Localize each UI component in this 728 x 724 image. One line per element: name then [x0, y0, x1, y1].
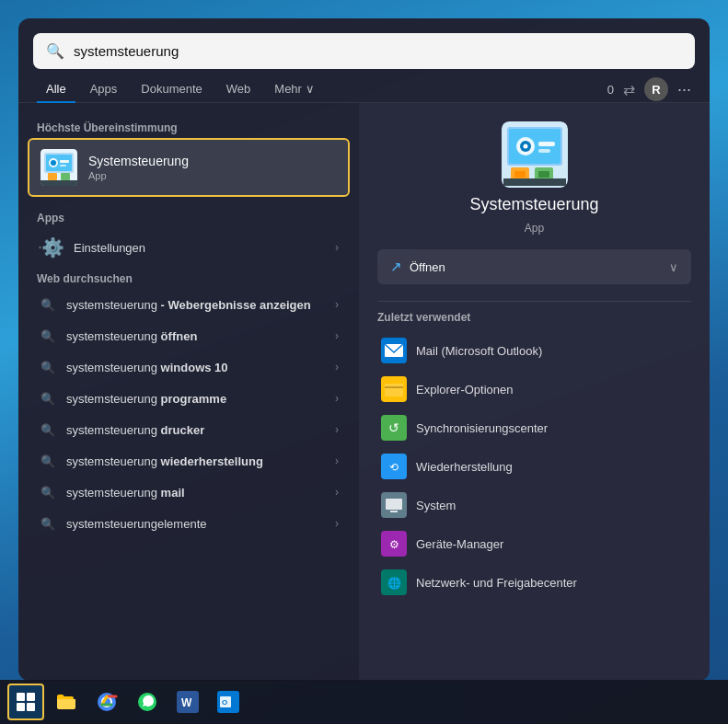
- mail-label: Mail (Microsoft Outlook): [416, 344, 542, 358]
- connections-icon: ⇄: [623, 81, 635, 98]
- web-search-icon-2: 🔍: [39, 358, 57, 376]
- svg-rect-24: [503, 178, 566, 186]
- web-item-5[interactable]: 🔍 systemsteuerung wiederherstellung ›: [28, 445, 350, 477]
- svg-text:🌐: 🌐: [387, 576, 401, 590]
- web-item-0[interactable]: 🔍 systemsteuerung - Webergebnisse anzeig…: [28, 289, 350, 320]
- svg-rect-34: [386, 499, 402, 510]
- app-detail-name: Systemsteuerung: [469, 195, 598, 214]
- recent-item-6[interactable]: 🌐 Netzwerk- und Freigabecenter: [377, 563, 691, 602]
- chevron-right-icon-0: ›: [335, 298, 339, 311]
- web-search-icon-7: 🔍: [39, 514, 57, 533]
- web-section-title: Web durchsuchen: [28, 267, 350, 289]
- web-item-text-7: systemsteuerungelemente: [66, 517, 326, 531]
- recent-item-5[interactable]: ⚙ Geräte-Manager: [377, 524, 691, 563]
- svg-rect-35: [390, 511, 398, 512]
- best-match-item[interactable]: Systemsteuerung App: [28, 138, 350, 197]
- user-avatar[interactable]: R: [644, 77, 668, 101]
- svg-text:W: W: [181, 696, 192, 709]
- web-item-text-4: systemsteuerung drucker: [66, 423, 326, 437]
- main-content: Höchste Übereinstimmung: [18, 103, 710, 681]
- divider: [377, 301, 691, 302]
- search-overlay: 🔍 Alle Apps Dokumente Web Mehr ∨ 0 ⇄ R ·…: [18, 18, 710, 681]
- best-match-icon: [40, 149, 77, 186]
- svg-rect-23: [538, 171, 549, 178]
- recent-item-1[interactable]: Explorer-Optionen: [377, 370, 691, 408]
- tab-mehr[interactable]: Mehr ∨: [265, 76, 323, 103]
- web-search-icon-6: 🔍: [39, 483, 57, 501]
- web-search-icon-3: 🔍: [39, 389, 57, 408]
- word-button[interactable]: W: [169, 684, 206, 720]
- web-item-6[interactable]: 🔍 systemsteuerung mail ›: [28, 477, 350, 508]
- einstellungen-icon: ⚙️: [39, 235, 64, 260]
- chrome-button[interactable]: [88, 684, 125, 720]
- app-item-einstellungen[interactable]: ⚙️ Einstellungen ›: [28, 228, 350, 267]
- web-item-4[interactable]: 🔍 systemsteuerung drucker ›: [28, 414, 350, 445]
- app-detail-sub: App: [525, 222, 544, 235]
- folder-icon: [55, 691, 77, 713]
- open-label: Öffnen: [410, 260, 445, 274]
- chevron-right-icon-1: ›: [335, 329, 339, 342]
- svg-text:⟲: ⟲: [389, 461, 399, 474]
- svg-text:O: O: [222, 698, 227, 707]
- recent-item-3[interactable]: ⟲ Wiederherstellung: [377, 447, 691, 486]
- best-match-name: Systemsteuerung: [88, 154, 189, 168]
- expand-icon[interactable]: ∨: [669, 260, 678, 274]
- web-search-icon-4: 🔍: [39, 420, 57, 439]
- more-options-icon[interactable]: ···: [677, 80, 691, 99]
- left-panel: Höchste Übereinstimmung: [18, 103, 359, 681]
- chevron-right-icon-7: ›: [335, 517, 339, 530]
- tabs-bar: Alle Apps Dokumente Web Mehr ∨ 0 ⇄ R ···: [18, 69, 710, 103]
- explorer-icon: [381, 376, 407, 402]
- svg-point-4: [51, 160, 56, 166]
- best-match-title: Höchste Übereinstimmung: [28, 116, 350, 138]
- network-label: Netzwerk- und Freigabecenter: [416, 576, 577, 590]
- recent-item-4[interactable]: System: [377, 486, 691, 524]
- recent-item-2[interactable]: ↺ Synchronisierungscenter: [377, 408, 691, 447]
- open-button[interactable]: ↗ Öffnen ∨: [377, 249, 691, 284]
- web-item-7[interactable]: 🔍 systemsteuerungelemente ›: [28, 508, 350, 539]
- outlook-button[interactable]: O: [210, 684, 247, 720]
- taskbar: W O: [0, 680, 728, 724]
- web-search-icon-5: 🔍: [39, 452, 57, 470]
- svg-rect-19: [538, 149, 550, 153]
- device-manager-label: Geräte-Manager: [416, 537, 503, 551]
- whatsapp-button[interactable]: [129, 684, 166, 720]
- web-item-3[interactable]: 🔍 systemsteuerung programme ›: [28, 383, 350, 414]
- start-button[interactable]: [7, 684, 44, 720]
- tab-web[interactable]: Web: [217, 76, 260, 103]
- svg-point-17: [523, 144, 527, 149]
- search-input[interactable]: [74, 43, 682, 59]
- best-match-sub: App: [88, 170, 189, 181]
- recovery-icon: ⟲: [381, 454, 407, 479]
- tab-alle[interactable]: Alle: [37, 76, 75, 103]
- file-explorer-button[interactable]: [48, 684, 85, 720]
- app-detail-header: Systemsteuerung App: [377, 121, 691, 249]
- tabs-badge: 0: [607, 83, 614, 97]
- tabs-right: 0 ⇄ R ···: [607, 77, 691, 101]
- svg-rect-28: [385, 384, 403, 396]
- word-icon: W: [177, 691, 199, 713]
- recent-item-0[interactable]: Mail (Microsoft Outlook): [377, 331, 691, 370]
- chevron-right-icon-4: ›: [335, 423, 339, 436]
- einstellungen-label: Einstellungen: [74, 241, 145, 255]
- app-detail-icon: [502, 121, 568, 188]
- mail-icon: [381, 338, 407, 363]
- whatsapp-icon: [136, 691, 158, 713]
- chevron-right-icon-3: ›: [335, 392, 339, 405]
- tab-apps[interactable]: Apps: [81, 76, 127, 103]
- svg-rect-9: [40, 180, 77, 186]
- sync-icon: ↺: [381, 415, 407, 441]
- outlook-icon: O: [217, 691, 239, 713]
- web-item-2[interactable]: 🔍 systemsteuerung windows 10 ›: [28, 351, 350, 383]
- chrome-icon: [96, 691, 118, 713]
- device-manager-icon: ⚙: [381, 531, 407, 557]
- explorer-label: Explorer-Optionen: [416, 383, 514, 396]
- web-item-1[interactable]: 🔍 systemsteuerung öffnen ›: [28, 320, 350, 351]
- open-icon: ↗: [390, 259, 402, 275]
- svg-text:⚙: ⚙: [389, 538, 399, 551]
- svg-rect-5: [60, 160, 69, 163]
- web-search-icon-0: 🔍: [39, 295, 57, 314]
- search-icon: 🔍: [46, 42, 64, 60]
- windows-logo-icon: [17, 693, 35, 711]
- tab-dokumente[interactable]: Dokumente: [132, 76, 211, 103]
